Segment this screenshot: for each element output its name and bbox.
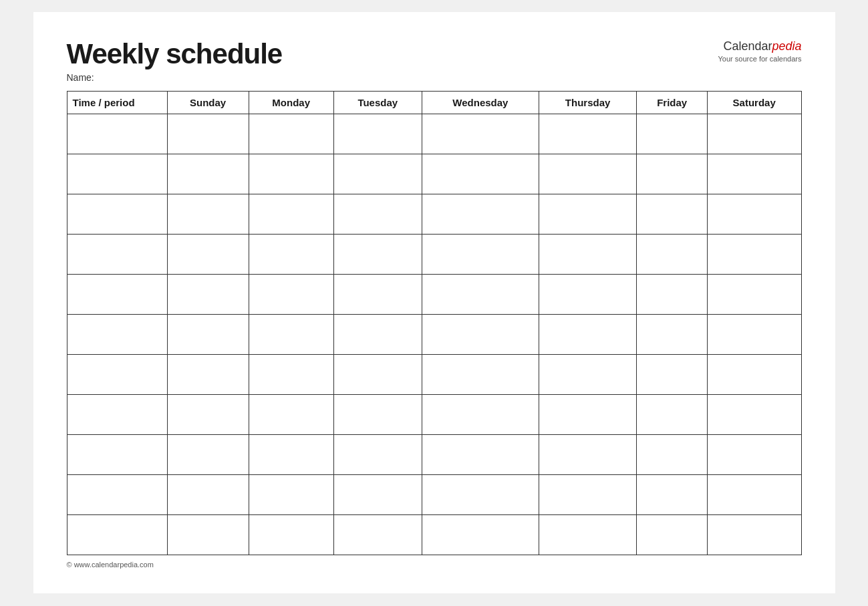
day-cell[interactable] bbox=[422, 114, 539, 154]
day-cell[interactable] bbox=[707, 395, 801, 435]
day-cell[interactable] bbox=[249, 235, 333, 275]
day-cell[interactable] bbox=[422, 435, 539, 475]
day-cell[interactable] bbox=[249, 275, 333, 315]
day-cell[interactable] bbox=[167, 235, 249, 275]
day-cell[interactable] bbox=[167, 395, 249, 435]
day-cell[interactable] bbox=[167, 194, 249, 235]
day-cell[interactable] bbox=[539, 275, 637, 315]
table-body bbox=[67, 114, 801, 555]
time-cell[interactable] bbox=[67, 235, 167, 275]
day-cell[interactable] bbox=[422, 194, 539, 235]
day-cell[interactable] bbox=[333, 154, 422, 194]
day-cell[interactable] bbox=[249, 515, 333, 555]
day-cell[interactable] bbox=[422, 154, 539, 194]
day-cell[interactable] bbox=[249, 395, 333, 435]
day-cell[interactable] bbox=[422, 275, 539, 315]
col-header-tuesday: Tuesday bbox=[333, 92, 422, 114]
time-cell[interactable] bbox=[67, 435, 167, 475]
day-cell[interactable] bbox=[167, 475, 249, 515]
day-cell[interactable] bbox=[637, 395, 708, 435]
time-cell[interactable] bbox=[67, 275, 167, 315]
day-cell[interactable] bbox=[539, 315, 637, 355]
day-cell[interactable] bbox=[249, 194, 333, 235]
time-cell[interactable] bbox=[67, 194, 167, 235]
day-cell[interactable] bbox=[707, 435, 801, 475]
day-cell[interactable] bbox=[167, 435, 249, 475]
day-cell[interactable] bbox=[707, 355, 801, 395]
day-cell[interactable] bbox=[167, 315, 249, 355]
day-cell[interactable] bbox=[249, 154, 333, 194]
day-cell[interactable] bbox=[422, 355, 539, 395]
day-cell[interactable] bbox=[707, 515, 801, 555]
day-cell[interactable] bbox=[707, 475, 801, 515]
time-cell[interactable] bbox=[67, 515, 167, 555]
day-cell[interactable] bbox=[167, 154, 249, 194]
time-cell[interactable] bbox=[67, 475, 167, 515]
day-cell[interactable] bbox=[637, 235, 708, 275]
footer-text: © www.calendarpedia.com bbox=[67, 561, 154, 569]
day-cell[interactable] bbox=[539, 395, 637, 435]
day-cell[interactable] bbox=[707, 114, 801, 154]
table-row bbox=[67, 475, 801, 515]
day-cell[interactable] bbox=[539, 475, 637, 515]
day-cell[interactable] bbox=[333, 315, 422, 355]
day-cell[interactable] bbox=[637, 355, 708, 395]
time-cell[interactable] bbox=[67, 395, 167, 435]
day-cell[interactable] bbox=[539, 515, 637, 555]
table-row bbox=[67, 154, 801, 194]
day-cell[interactable] bbox=[707, 235, 801, 275]
day-cell[interactable] bbox=[637, 435, 708, 475]
day-cell[interactable] bbox=[167, 355, 249, 395]
day-cell[interactable] bbox=[637, 154, 708, 194]
time-cell[interactable] bbox=[67, 154, 167, 194]
day-cell[interactable] bbox=[539, 114, 637, 154]
day-cell[interactable] bbox=[539, 235, 637, 275]
day-cell[interactable] bbox=[249, 355, 333, 395]
day-cell[interactable] bbox=[637, 315, 708, 355]
day-cell[interactable] bbox=[707, 275, 801, 315]
day-cell[interactable] bbox=[333, 235, 422, 275]
day-cell[interactable] bbox=[333, 194, 422, 235]
time-cell[interactable] bbox=[67, 355, 167, 395]
table-row bbox=[67, 194, 801, 235]
day-cell[interactable] bbox=[422, 315, 539, 355]
day-cell[interactable] bbox=[637, 475, 708, 515]
day-cell[interactable] bbox=[637, 515, 708, 555]
time-cell[interactable] bbox=[67, 315, 167, 355]
day-cell[interactable] bbox=[422, 395, 539, 435]
day-cell[interactable] bbox=[707, 154, 801, 194]
day-cell[interactable] bbox=[333, 275, 422, 315]
day-cell[interactable] bbox=[539, 154, 637, 194]
day-cell[interactable] bbox=[539, 435, 637, 475]
day-cell[interactable] bbox=[539, 194, 637, 235]
day-cell[interactable] bbox=[333, 515, 422, 555]
col-header-time: Time / period bbox=[67, 92, 167, 114]
page-title: Weekly schedule bbox=[67, 39, 283, 69]
day-cell[interactable] bbox=[422, 475, 539, 515]
day-cell[interactable] bbox=[249, 315, 333, 355]
day-cell[interactable] bbox=[422, 515, 539, 555]
day-cell[interactable] bbox=[637, 194, 708, 235]
day-cell[interactable] bbox=[249, 114, 333, 154]
day-cell[interactable] bbox=[707, 315, 801, 355]
day-cell[interactable] bbox=[249, 435, 333, 475]
page-header: Weekly schedule Name: Calendarpedia Your… bbox=[67, 39, 802, 83]
day-cell[interactable] bbox=[333, 435, 422, 475]
logo-section: Calendarpedia Your source for calendars bbox=[718, 39, 802, 64]
day-cell[interactable] bbox=[333, 475, 422, 515]
day-cell[interactable] bbox=[167, 275, 249, 315]
day-cell[interactable] bbox=[333, 114, 422, 154]
day-cell[interactable] bbox=[333, 395, 422, 435]
day-cell[interactable] bbox=[539, 355, 637, 395]
day-cell[interactable] bbox=[422, 235, 539, 275]
day-cell[interactable] bbox=[167, 114, 249, 154]
day-cell[interactable] bbox=[707, 194, 801, 235]
day-cell[interactable] bbox=[637, 114, 708, 154]
logo-text: Calendarpedia bbox=[718, 39, 802, 54]
day-cell[interactable] bbox=[333, 355, 422, 395]
time-cell[interactable] bbox=[67, 114, 167, 154]
day-cell[interactable] bbox=[249, 475, 333, 515]
table-row bbox=[67, 395, 801, 435]
day-cell[interactable] bbox=[167, 515, 249, 555]
day-cell[interactable] bbox=[637, 275, 708, 315]
